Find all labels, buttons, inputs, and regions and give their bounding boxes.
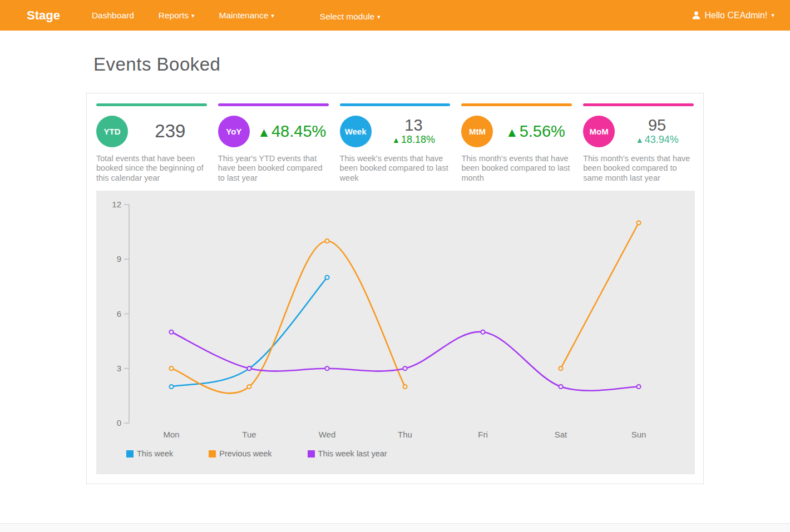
up-arrow-icon: ▲ xyxy=(506,125,519,140)
chevron-down-icon: ▾ xyxy=(271,12,274,19)
nav-item-reports[interactable]: Reports▾ xyxy=(150,6,203,25)
user-menu[interactable]: Hello CEAdmin! ▾ xyxy=(692,11,774,21)
up-arrow-icon: ▲ xyxy=(392,136,400,145)
legend-item[interactable]: Previous week xyxy=(209,449,271,458)
svg-text:Wed: Wed xyxy=(319,430,336,439)
page-footer xyxy=(0,523,790,532)
legend-label: This week xyxy=(137,449,173,458)
legend-label: Previous week xyxy=(219,449,271,458)
kpi-value: 95 xyxy=(620,117,694,133)
svg-text:Thu: Thu xyxy=(398,430,412,439)
nav-item-dashboard[interactable]: Dashboard xyxy=(83,6,142,25)
page-title: Events Booked xyxy=(93,54,790,75)
svg-text:Tue: Tue xyxy=(242,430,256,439)
kpi-badge-ytd: YTD xyxy=(96,116,128,147)
nav-item-label: Dashboard xyxy=(92,11,134,20)
kpi-tile-week: Week 13 ▲18.18% This week's events that … xyxy=(340,103,451,183)
svg-text:Sun: Sun xyxy=(631,430,646,439)
kpi-accent-bar xyxy=(340,103,451,106)
chevron-down-icon: ▾ xyxy=(377,13,381,20)
user-greeting: Hello CEAdmin! xyxy=(705,11,768,21)
legend-label: This week last year xyxy=(318,449,387,458)
kpi-description: This month's events that have been booke… xyxy=(461,154,572,183)
kpi-tile-mom: MoM 95 ▲43.94% This month's events that … xyxy=(583,103,694,183)
nav-item-select-module[interactable]: Select module▾ xyxy=(312,7,389,26)
kpi-accent-bar xyxy=(461,103,572,106)
kpi-delta: ▲48.45% xyxy=(255,122,329,141)
footer-strip xyxy=(0,524,790,532)
kpi-description: This week's events that have been booked… xyxy=(340,154,451,183)
kpi-tile-mtm: MtM ▲5.56% This month's events that have… xyxy=(461,103,572,183)
brand-logo[interactable]: Stage xyxy=(27,8,60,23)
legend-item[interactable]: This week last year xyxy=(308,449,387,458)
chart-canvas[interactable]: 036912MonTueWedThuFriSatSun xyxy=(96,191,695,446)
dashboard-card: YTD 239 Total events that have been book… xyxy=(86,93,704,484)
kpi-accent-bar xyxy=(96,103,207,106)
kpi-value: 239 xyxy=(134,122,207,141)
legend-swatch-icon xyxy=(126,450,134,458)
user-icon xyxy=(692,11,700,19)
kpi-accent-bar xyxy=(583,103,694,106)
svg-text:Fri: Fri xyxy=(478,430,488,439)
kpi-description: Total events that have been booked since… xyxy=(96,154,207,183)
chart-legend: This weekPrevious weekThis week last yea… xyxy=(96,446,695,461)
kpi-row: YTD 239 Total events that have been book… xyxy=(96,103,694,183)
chevron-down-icon: ▾ xyxy=(191,12,195,19)
kpi-tile-yoy: YoY ▲48.45% This year's YTD events that … xyxy=(218,103,329,183)
nav-item-label: Reports xyxy=(159,11,189,20)
kpi-delta: ▲43.94% xyxy=(620,134,694,146)
kpi-description: This year's YTD events that have been bo… xyxy=(218,154,329,183)
svg-text:3: 3 xyxy=(117,364,121,373)
nav-item-label: Maintenance xyxy=(219,11,269,20)
kpi-badge-yoy: YoY xyxy=(218,116,250,147)
svg-text:12: 12 xyxy=(112,200,121,209)
nav-item-label: Select module xyxy=(320,12,374,21)
kpi-badge-week: Week xyxy=(340,116,372,147)
svg-text:Sat: Sat xyxy=(555,430,567,439)
kpi-value: 13 xyxy=(377,117,451,133)
legend-swatch-icon xyxy=(209,450,216,458)
kpi-accent-bar xyxy=(218,103,329,106)
svg-text:9: 9 xyxy=(117,254,121,263)
nav-item-maintenance[interactable]: Maintenance▾ xyxy=(211,6,283,25)
kpi-badge-mtm: MtM xyxy=(461,116,493,147)
legend-item[interactable]: This week xyxy=(126,449,173,458)
svg-text:0: 0 xyxy=(117,418,121,427)
kpi-description: This month's events that have been booke… xyxy=(583,154,694,183)
top-navbar: Stage Dashboard Reports▾ Maintenance▾ Se… xyxy=(0,0,790,31)
kpi-badge-mom: MoM xyxy=(583,116,615,147)
kpi-tile-ytd: YTD 239 Total events that have been book… xyxy=(96,103,207,183)
up-arrow-icon: ▲ xyxy=(258,125,270,140)
up-arrow-icon: ▲ xyxy=(635,136,643,145)
svg-text:6: 6 xyxy=(117,309,121,319)
svg-text:Mon: Mon xyxy=(163,430,179,439)
events-line-chart[interactable]: 036912MonTueWedThuFriSatSun This weekPre… xyxy=(96,191,695,474)
legend-swatch-icon xyxy=(308,450,315,458)
kpi-delta: ▲18.18% xyxy=(377,134,451,146)
chevron-down-icon: ▾ xyxy=(771,12,774,19)
kpi-delta: ▲5.56% xyxy=(498,122,572,141)
